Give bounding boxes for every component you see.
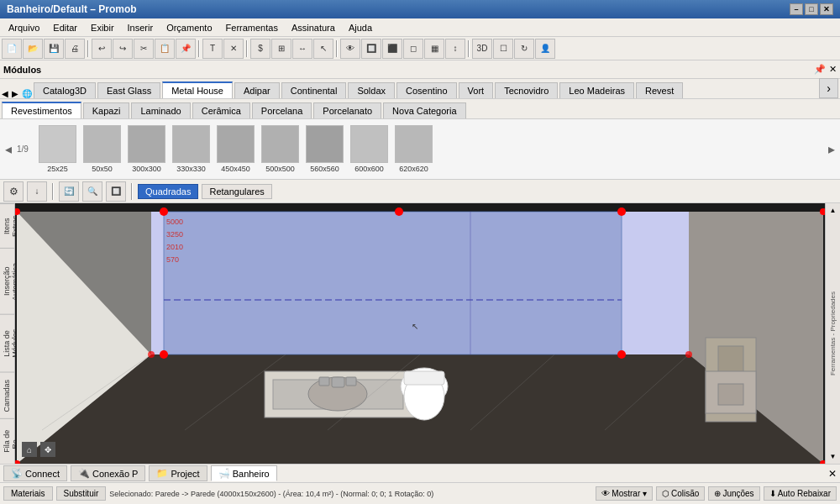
tile-450x450[interactable]: 450x450 xyxy=(215,123,256,175)
toolbar-currency[interactable]: $ xyxy=(250,39,270,59)
toolbar-new[interactable]: 📄 xyxy=(2,39,22,59)
catalog-tab-eastglass[interactable]: East Glass xyxy=(97,82,160,98)
toolbar-delete[interactable]: ✕ xyxy=(223,39,244,59)
substituir-btn[interactable]: Substituir xyxy=(56,486,107,501)
nav-pan[interactable]: ✥ xyxy=(40,442,55,457)
catalog-tab-continental[interactable]: Continental xyxy=(281,82,347,98)
3d-viewport[interactable]: 5000 3250 2010 570 xyxy=(15,203,825,464)
toolbar-paste[interactable]: 📌 xyxy=(176,39,196,59)
toolbar-redo[interactable]: ↪ xyxy=(113,39,133,59)
materiais-btn[interactable]: Materiais xyxy=(3,486,53,501)
close-modules-icon[interactable]: ✕ xyxy=(829,64,837,75)
category-tab-porcelanato[interactable]: Porcelanato xyxy=(313,102,381,118)
toolbar-rotate[interactable]: ↻ xyxy=(514,39,534,59)
category-tab-revestimentos[interactable]: Revestimentos xyxy=(2,102,81,118)
autorebaixar-btn[interactable]: ⬇ Auto Rebaixar xyxy=(764,486,837,501)
menu-orcamento[interactable]: Orçamento xyxy=(160,21,218,34)
tile-thumb-500x500 xyxy=(261,125,299,163)
toolbar-move[interactable]: ↔ xyxy=(292,39,312,59)
category-tab-ceramica[interactable]: Cerâmica xyxy=(192,102,250,118)
toolbar-grid[interactable]: ⊞ xyxy=(271,39,291,59)
tile-330x330[interactable]: 330x330 xyxy=(171,123,212,175)
catalog-nav-fwd[interactable]: ▶ xyxy=(12,89,18,98)
toolbar-copy[interactable]: 📋 xyxy=(155,39,175,59)
category-tab-novacategoria[interactable]: Nova Categoria xyxy=(383,102,465,118)
vtab-camadas[interactable]: Camadas xyxy=(0,372,14,419)
menu-assinatura[interactable]: Assinatura xyxy=(285,21,342,34)
filter-icon3[interactable]: 🔲 xyxy=(106,181,126,202)
toolbar-print[interactable]: 🖨 xyxy=(65,39,85,59)
category-tab-laminado[interactable]: Laminado xyxy=(131,102,190,118)
toolbar-open[interactable]: 📂 xyxy=(23,39,43,59)
taskbar-banheiro[interactable]: 🛁 Banheiro xyxy=(211,465,277,481)
taskbar-conexao[interactable]: 🔌 Conexão P xyxy=(71,465,145,481)
catalog-tab-vort[interactable]: Vort xyxy=(459,82,494,98)
catalog-tab-cosentino[interactable]: Cosentino xyxy=(396,82,457,98)
tile-600x600[interactable]: 600x600 xyxy=(349,123,390,175)
toolbar-arrow[interactable]: ↖ xyxy=(313,39,333,59)
filter-arrow-icon[interactable]: ↓ xyxy=(27,181,47,202)
toolbar-dim[interactable]: ↕ xyxy=(445,39,465,59)
tile-50x50[interactable]: 50x50 xyxy=(81,123,123,175)
vtab-insercao[interactable]: Inserção Automática xyxy=(0,248,14,314)
mostrar-btn[interactable]: 👁 Mostrar ▾ xyxy=(596,486,653,501)
menu-ajuda[interactable]: Ajuda xyxy=(342,21,379,34)
taskbar-project[interactable]: 📁 Project xyxy=(149,465,207,481)
close-button[interactable]: ✕ xyxy=(820,3,833,15)
toolbar-3d[interactable]: 3D xyxy=(472,39,492,59)
tile-300x300[interactable]: 300x300 xyxy=(126,123,167,175)
filter-quadradas-btn[interactable]: Quadradas xyxy=(138,184,198,199)
filter-retangulares-btn[interactable]: Retangulares xyxy=(202,184,271,199)
toolbar-view3[interactable]: ⬛ xyxy=(382,39,402,59)
vtab-fila[interactable]: Fila de Re... xyxy=(0,418,14,464)
catalog-tab-adipar[interactable]: Adipar xyxy=(234,82,280,98)
tile-scroll-right[interactable]: ▸ xyxy=(827,141,837,157)
toolbar-view4[interactable]: ◻ xyxy=(403,39,423,59)
right-scroll-up[interactable]: ▲ xyxy=(830,207,837,214)
nav-home[interactable]: ⌂ xyxy=(22,442,37,457)
colisao-btn[interactable]: ⬡ Colisão xyxy=(656,486,705,501)
catalog-tab-soldax[interactable]: Soldax xyxy=(348,82,395,98)
taskbar-close[interactable]: ✕ xyxy=(828,468,837,480)
filter-icon1[interactable]: 🔄 xyxy=(59,181,79,202)
svg-rect-34 xyxy=(718,384,743,405)
tile-scroll-left[interactable]: ◂ xyxy=(3,141,13,157)
menu-ferramentas[interactable]: Ferramentas xyxy=(219,21,285,34)
catalog-more-btn[interactable]: › xyxy=(819,78,838,98)
catalog-nav-back[interactable]: ◀ xyxy=(2,89,8,98)
tile-25x25[interactable]: 25x25 xyxy=(37,123,78,175)
menu-exibir[interactable]: Exibir xyxy=(84,21,121,34)
catalog-tab-catalog3d[interactable]: Catalog3D xyxy=(34,82,96,98)
catalog-tab-metalhouse[interactable]: Metal House xyxy=(162,81,233,98)
menu-inserir[interactable]: Inserir xyxy=(121,21,160,34)
juncoes-btn[interactable]: ⊕ Junções xyxy=(708,486,759,501)
toolbar-save[interactable]: 💾 xyxy=(44,39,64,59)
toolbar-plan[interactable]: ☐ xyxy=(493,39,513,59)
pin-icon[interactable]: 📌 xyxy=(814,64,826,75)
tile-500x500[interactable]: 500x500 xyxy=(260,123,301,175)
taskbar-connect[interactable]: 📡 Connect xyxy=(3,465,67,481)
catalog-tab-revest[interactable]: Revest xyxy=(636,82,683,98)
menu-editar[interactable]: Editar xyxy=(46,21,84,34)
toolbar-text[interactable]: T xyxy=(202,39,223,59)
toolbar-undo[interactable]: ↩ xyxy=(92,39,112,59)
category-tab-kapazi[interactable]: Kapazi xyxy=(83,102,130,118)
filter-icon2[interactable]: 🔍 xyxy=(82,181,102,202)
catalog-tab-leomadeiras[interactable]: Leo Madeiras xyxy=(559,82,634,98)
toolbar-cut[interactable]: ✂ xyxy=(134,39,154,59)
right-scroll-down[interactable]: ▼ xyxy=(830,453,837,460)
catalog-tab-tecnovidro[interactable]: Tecnovidro xyxy=(495,82,558,98)
toolbar-view5[interactable]: ▦ xyxy=(424,39,444,59)
maximize-button[interactable]: □ xyxy=(805,3,818,15)
menu-arquivo[interactable]: Arquivo xyxy=(2,21,46,34)
category-tab-porcelana[interactable]: Porcelana xyxy=(252,102,312,118)
filter-settings-icon[interactable]: ⚙ xyxy=(3,181,24,202)
toolbar-view1[interactable]: 👁 xyxy=(340,39,360,59)
vtab-itens-extras[interactable]: Itens Extras xyxy=(0,203,14,248)
tile-620x620[interactable]: 620x620 xyxy=(393,123,434,175)
tile-560x560[interactable]: 560x560 xyxy=(304,123,345,175)
toolbar-user[interactable]: 👤 xyxy=(535,39,555,59)
toolbar-view2[interactable]: 🔲 xyxy=(361,39,381,59)
vtab-lista[interactable]: Lista de Módulos xyxy=(0,314,14,372)
minimize-button[interactable]: – xyxy=(790,3,803,15)
